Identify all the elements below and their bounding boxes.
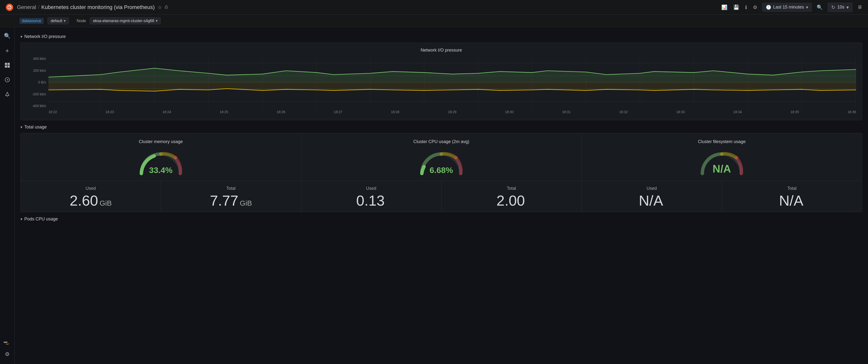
svg-marker-33 (49, 82, 856, 91)
sidebar: 🔍 + (0, 27, 14, 364)
fs-total-value: N/A (779, 193, 805, 208)
display-button[interactable]: 🖥 (856, 3, 863, 11)
total-usage-arrow: ▾ (21, 125, 22, 129)
refresh-arrow: ▾ (846, 4, 849, 10)
network-io-chart-title: Network I/O pressure (27, 48, 856, 53)
refresh-button[interactable]: ↻ 10s ▾ (828, 3, 852, 12)
memory-gauge-panel: Cluster memory usage 33.4% (21, 133, 301, 181)
pods-cpu-title: Pods CPU usage (24, 217, 58, 222)
add-panel-button[interactable]: 📊 (720, 3, 728, 11)
filterbar: datasource default ▾ Node eksa-elamaras-… (0, 14, 868, 27)
memory-used-label: Used (86, 186, 96, 191)
svg-rect-7 (7, 65, 10, 68)
fs-used-value: N/A (639, 193, 664, 208)
x-axis: 18:22 18:23 18:24 18:25 18:26 18:27 18:2… (49, 109, 856, 115)
svg-point-2 (9, 5, 10, 6)
time-range-picker[interactable]: 🕐 Last 15 minutes ▾ (762, 3, 812, 12)
memory-total-value: 7.77GiB (210, 193, 252, 208)
svg-marker-32 (49, 68, 856, 82)
total-usage-title: Total usage (24, 125, 47, 130)
refresh-interval: 10s (837, 5, 844, 10)
node-arrow: ▾ (156, 19, 158, 23)
refresh-icon: ↻ (831, 4, 835, 10)
time-range-arrow: ▾ (806, 5, 808, 10)
cpu-total-label: Total (507, 186, 516, 191)
memory-gauge-title: Cluster memory usage (139, 139, 183, 144)
network-io-arrow: ▾ (21, 34, 22, 39)
star-icon[interactable]: ☆ (158, 4, 162, 10)
svg-marker-9 (6, 79, 8, 81)
topbar-right-controls: 📊 💾 ℹ ⚙ 🕐 Last 15 minutes ▾ 🔍 ↻ 10s ▾ 🖥 (720, 3, 863, 12)
memory-gauge-value: 33.4% (149, 165, 173, 175)
memory-total-cell: Total 7.77GiB (161, 181, 302, 212)
share-icon[interactable]: ⎙ (165, 5, 167, 10)
datasource-label: datasource (20, 18, 43, 24)
node-value: eksa-elamaras-mgmt-cluster-s4g68 (93, 19, 154, 23)
chart-svg-container (49, 57, 856, 108)
memory-gauge: 33.4% (136, 149, 185, 176)
sidebar-item-add[interactable]: + (2, 46, 12, 56)
pods-cpu-section-header[interactable]: ▾ Pods CPU usage (21, 217, 862, 222)
node-select[interactable]: eksa-elamaras-mgmt-cluster-s4g68 ▾ (90, 17, 161, 24)
info-button[interactable]: ℹ (744, 3, 748, 11)
memory-total-label: Total (226, 186, 236, 191)
cpu-used-label: Used (366, 186, 376, 191)
fs-used-cell: Used N/A (582, 181, 722, 212)
cpu-total-cell: Total 2.00 (441, 181, 582, 212)
zoom-out-button[interactable]: 🔍 (816, 3, 824, 11)
fs-total-label: Total (787, 186, 797, 191)
cpu-used-value: 0.13 (356, 193, 386, 208)
sidebar-bottom: aws ⚙ (2, 340, 12, 359)
svg-text:aws: aws (4, 341, 7, 343)
network-io-section-header[interactable]: ▾ Network I/O pressure (21, 34, 862, 39)
fs-total-cell: Total N/A (722, 181, 862, 212)
stats-row: Used 2.60GiB Total 7.77GiB Used 0.13 (21, 181, 862, 212)
sidebar-item-explore[interactable] (2, 75, 12, 85)
cpu-gauge: 6.68% (417, 149, 466, 176)
datasource-arrow: ▾ (64, 19, 66, 23)
breadcrumb-parent[interactable]: General (17, 4, 36, 10)
sidebar-item-settings[interactable]: ⚙ (2, 350, 12, 359)
cpu-total-value: 2.00 (497, 193, 526, 208)
clock-icon: 🕐 (766, 5, 771, 10)
breadcrumb-title: Kubernetes cluster monitoring (via Prome… (41, 4, 155, 10)
main-content: ▾ Network I/O pressure Network I/O press… (14, 27, 868, 364)
sidebar-item-dashboards[interactable] (2, 60, 12, 70)
svg-rect-6 (5, 65, 7, 68)
cpu-gauge-value: 6.68% (430, 165, 453, 175)
filesystem-gauge-title: Cluster filesystem usage (698, 139, 746, 144)
cpu-used-cell: Used 0.13 (301, 181, 441, 212)
save-button[interactable]: 💾 (732, 3, 740, 11)
network-io-title: Network I/O pressure (24, 34, 66, 39)
topbar: General / Kubernetes cluster monitoring … (0, 0, 868, 14)
pods-cpu-arrow: ▾ (21, 217, 22, 221)
settings-button[interactable]: ⚙ (752, 3, 758, 11)
network-io-chart-area: 400 kb/s 200 kb/s 0 B/s -200 kb/s -400 k… (27, 57, 856, 115)
filesystem-gauge-panel: Cluster filesystem usage N/A (582, 133, 862, 181)
total-usage-section-header[interactable]: ▾ Total usage (21, 125, 862, 130)
memory-used-value: 2.60GiB (69, 193, 112, 208)
svg-point-10 (7, 96, 7, 97)
filesystem-gauge: N/A (698, 149, 746, 176)
svg-rect-4 (5, 63, 7, 65)
datasource-select[interactable]: default ▾ (48, 17, 69, 24)
filesystem-gauge-value: N/A (713, 163, 731, 175)
breadcrumb: General / Kubernetes cluster monitoring … (17, 4, 155, 10)
memory-used-cell: Used 2.60GiB (21, 181, 161, 212)
datasource-value: default (51, 19, 62, 23)
network-io-chart-panel: Network I/O pressure 400 kb/s 200 kb/s 0… (21, 42, 862, 120)
aws-logo[interactable]: aws (3, 340, 12, 345)
grafana-logo[interactable] (5, 3, 14, 12)
breadcrumb-separator: / (38, 4, 39, 10)
svg-rect-5 (7, 63, 10, 65)
sidebar-item-search[interactable]: 🔍 (2, 31, 12, 41)
time-range-label: Last 15 minutes (773, 5, 804, 10)
cpu-gauge-title: Cluster CPU usage (2m avg) (413, 139, 469, 144)
sidebar-item-alerting[interactable] (2, 90, 12, 99)
node-label: Node (76, 19, 86, 23)
cpu-gauge-panel: Cluster CPU usage (2m avg) 6.68% (301, 133, 582, 181)
fs-used-label: Used (647, 186, 657, 191)
y-axis: 400 kb/s 200 kb/s 0 B/s -200 kb/s -400 k… (27, 57, 49, 108)
